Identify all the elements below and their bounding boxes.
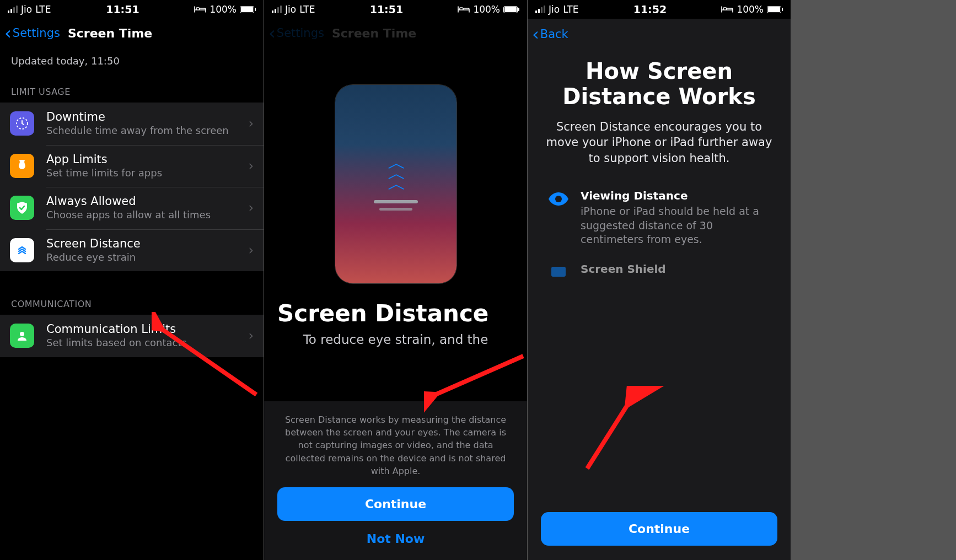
- row-sub: Choose apps to allow at all times: [46, 209, 248, 222]
- bottom-sheet: Screen Distance works by measuring the d…: [264, 401, 527, 560]
- page-title: Screen Time: [68, 26, 152, 40]
- battery-pct: 100%: [210, 4, 237, 15]
- carrier-label: Jio: [549, 4, 560, 15]
- section-header-limit: LIMIT USAGE: [0, 70, 264, 103]
- signal-icon: [8, 6, 18, 13]
- row-app-limits[interactable]: App Limits Set time limits for apps ›: [0, 145, 264, 187]
- back-button[interactable]: ‹ Settings: [4, 24, 60, 42]
- svg-point-1: [20, 332, 24, 336]
- chevron-left-icon: ‹: [4, 24, 12, 42]
- feature-title: Screen Shield: [581, 262, 775, 276]
- chevron-right-icon: ›: [248, 158, 254, 174]
- back-label: Back: [540, 28, 568, 41]
- row-downtime[interactable]: Downtime Schedule time away from the scr…: [0, 103, 264, 145]
- back-button[interactable]: ‹ Back: [532, 25, 568, 43]
- chevron-left-icon: ‹: [532, 25, 539, 43]
- eye-icon: [543, 189, 574, 207]
- screenshot-screen-distance-intro: Jio LTE 11:51 100% ‹Settings Screen Time…: [264, 0, 527, 560]
- lead-text: Screen Distance encourages you to move y…: [541, 119, 777, 166]
- carrier-label: Jio: [21, 4, 32, 15]
- battery-icon: [240, 6, 256, 13]
- feature-viewing-distance: Viewing Distance iPhone or iPad should b…: [528, 189, 791, 262]
- hero-title: Screen Distance: [277, 300, 514, 327]
- carrier-label: Jio: [285, 4, 296, 15]
- bed-icon: [458, 6, 470, 13]
- communication-group: Communication Limits Set limits based on…: [0, 315, 264, 357]
- status-bar: Jio LTE 11:52 100%: [528, 0, 791, 19]
- status-bar: Jio LTE 11:51 100%: [0, 0, 264, 19]
- chevron-right-icon: ›: [248, 200, 254, 216]
- row-title: App Limits: [46, 153, 248, 166]
- back-label: Settings: [13, 26, 60, 40]
- row-title: Downtime: [46, 110, 248, 123]
- limit-usage-group: Downtime Schedule time away from the scr…: [0, 103, 264, 271]
- signal-icon: [272, 6, 282, 13]
- row-sub: Reduce eye strain: [46, 251, 248, 264]
- hero-subtitle: To reduce eye strain, and the: [277, 332, 514, 347]
- screen-distance-icon: [10, 238, 34, 262]
- network-label: LTE: [563, 4, 578, 15]
- downtime-icon: [10, 111, 34, 136]
- app-limits-icon: [10, 154, 34, 178]
- row-sub: Set limits based on contacts: [46, 337, 248, 349]
- continue-button[interactable]: Continue: [277, 487, 514, 521]
- network-label: LTE: [299, 4, 315, 15]
- comm-limits-icon: [10, 324, 34, 348]
- feature-screen-shield: Screen Shield: [528, 262, 791, 297]
- always-allowed-icon: [10, 196, 34, 220]
- chevron-right-icon: ›: [248, 243, 254, 258]
- row-sub: Schedule time away from the screen: [46, 125, 248, 137]
- not-now-button[interactable]: Not Now: [277, 521, 514, 548]
- privacy-text: Screen Distance works by measuring the d…: [283, 413, 508, 477]
- continue-button[interactable]: Continue: [541, 512, 777, 546]
- chevron-right-icon: ›: [248, 116, 254, 131]
- svg-rect-5: [551, 267, 566, 277]
- clock: 11:52: [633, 3, 667, 15]
- battery-pct: 100%: [737, 4, 764, 15]
- screenshot-how-it-works: Jio LTE 11:52 100% ‹ Back How Screen Dis…: [527, 0, 791, 560]
- chevrons-up-icon: ︿︿︿: [388, 158, 404, 189]
- battery-icon: [503, 6, 519, 13]
- section-header-comm: COMMUNICATION: [0, 271, 264, 315]
- signal-icon: [535, 6, 545, 13]
- row-title: Communication Limits: [46, 322, 248, 336]
- hero-phone-illustration: ︿︿︿: [335, 85, 456, 283]
- row-sub: Set time limits for apps: [46, 167, 248, 180]
- svg-point-4: [555, 196, 562, 202]
- status-bar: Jio LTE 11:51 100%: [264, 0, 527, 19]
- row-title: Always Allowed: [46, 195, 248, 208]
- network-label: LTE: [35, 4, 51, 15]
- shield-icon: [543, 262, 574, 281]
- chevron-right-icon: ›: [248, 328, 254, 343]
- clock: 11:51: [370, 3, 403, 15]
- clock: 11:51: [106, 3, 139, 15]
- bed-icon: [721, 6, 733, 13]
- row-always-allowed[interactable]: Always Allowed Choose apps to allow at a…: [0, 187, 264, 229]
- screenshot-settings-list: Jio LTE 11:51 100% ‹ Settings Screen Tim…: [0, 0, 264, 560]
- feature-body: iPhone or iPad should be held at a sugge…: [581, 204, 775, 247]
- row-screen-distance[interactable]: Screen Distance Reduce eye strain ›: [0, 229, 264, 272]
- battery-pct: 100%: [473, 4, 500, 15]
- nav-bar: ‹ Settings Screen Time: [0, 19, 264, 47]
- battery-icon: [767, 6, 783, 13]
- row-communication-limits[interactable]: Communication Limits Set limits based on…: [0, 315, 264, 357]
- updated-label: Updated today, 11:50: [0, 47, 264, 70]
- bed-icon: [194, 6, 206, 13]
- page-title: How Screen Distance Works: [541, 58, 777, 109]
- feature-title: Viewing Distance: [581, 189, 775, 202]
- nav-bar: ‹ Back: [528, 19, 791, 50]
- row-title: Screen Distance: [46, 237, 248, 250]
